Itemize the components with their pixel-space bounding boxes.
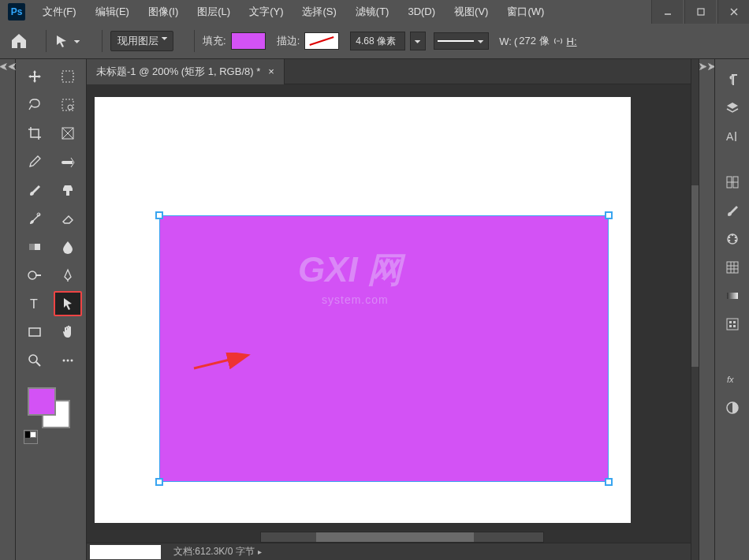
glyphs-panel-icon[interactable] <box>720 170 745 195</box>
layer-select-dropdown[interactable]: 现用图层 <box>110 31 173 51</box>
gradients-panel-icon[interactable] <box>720 283 745 308</box>
properties-panel-icon[interactable] <box>720 312 745 337</box>
eyedropper-tool[interactable] <box>20 149 49 174</box>
clone-stamp-tool[interactable] <box>54 177 82 203</box>
pen-tool[interactable] <box>54 263 82 288</box>
move-tool[interactable] <box>20 64 49 89</box>
close-tab-icon[interactable]: × <box>268 65 274 77</box>
eraser-tool[interactable] <box>54 206 82 231</box>
svg-point-36 <box>728 240 730 242</box>
type-tool[interactable]: T <box>20 291 49 316</box>
svg-rect-47 <box>733 325 736 327</box>
gradient-tool[interactable] <box>20 234 49 259</box>
lasso-tool[interactable] <box>20 92 49 118</box>
healing-brush-tool[interactable] <box>54 149 82 174</box>
selection-handle-bl[interactable] <box>155 478 163 486</box>
svg-text:¶: ¶ <box>729 73 735 85</box>
window-controls <box>650 0 749 24</box>
right-scrollbar[interactable] <box>691 59 699 560</box>
menu-type[interactable]: 文字(Y) <box>240 0 293 24</box>
svg-rect-14 <box>29 244 35 250</box>
collapse-left-icon[interactable]: ⮜⮜ <box>0 62 17 72</box>
menu-edit[interactable]: 编辑(E) <box>86 0 139 24</box>
stroke-width-dropdown[interactable]: ⏷ <box>410 32 426 50</box>
hand-tool[interactable] <box>54 319 82 345</box>
menu-select[interactable]: 选择(S) <box>293 0 345 24</box>
svg-point-32 <box>731 234 733 237</box>
svg-point-15 <box>28 271 36 279</box>
history-brush-tool[interactable] <box>20 206 49 231</box>
svg-rect-18 <box>29 328 40 336</box>
foreground-color[interactable] <box>28 387 56 416</box>
stroke-type-dropdown[interactable]: ⏷ <box>434 32 489 50</box>
character-panel-icon[interactable]: A <box>720 124 745 149</box>
dodge-tool[interactable] <box>20 263 49 288</box>
path-select-cursor-icon[interactable] <box>54 34 69 48</box>
close-button[interactable] <box>717 0 749 24</box>
selection-handle-tr[interactable] <box>605 211 613 219</box>
maximize-button[interactable] <box>684 0 716 24</box>
doc-info-dropdown-icon[interactable]: ▸ <box>258 547 262 556</box>
crop-tool[interactable] <box>20 121 49 146</box>
zoom-input[interactable] <box>90 545 161 559</box>
fill-label: 填充: <box>203 34 226 48</box>
width-value[interactable]: 272 像 <box>519 34 549 48</box>
svg-rect-1 <box>698 9 704 15</box>
canvas[interactable]: GXI 网 system.com <box>95 97 631 523</box>
paragraph-panel-icon[interactable]: ¶ <box>720 67 745 92</box>
svg-text:fx: fx <box>727 375 734 384</box>
zoom-tool[interactable] <box>20 348 49 373</box>
scrollbar-thumb[interactable] <box>316 532 474 542</box>
right-collapse-column: ⮞⮞ <box>699 59 714 560</box>
horizontal-scrollbar[interactable] <box>260 532 544 543</box>
menu-filter[interactable]: 滤镜(T) <box>346 0 399 24</box>
frame-tool[interactable] <box>54 121 82 146</box>
selection-handle-tl[interactable] <box>155 211 163 219</box>
right-scrollbar-thumb[interactable] <box>691 185 699 367</box>
default-colors-icon[interactable] <box>24 430 38 444</box>
divider <box>102 30 102 52</box>
menubar: Ps 文件(F) 编辑(E) 图像(I) 图层(L) 文字(Y) 选择(S) 滤… <box>0 0 749 24</box>
toolbox: T <box>16 59 87 560</box>
adjustments-panel-icon[interactable] <box>720 395 745 420</box>
brushes-panel-icon[interactable] <box>720 198 745 223</box>
stroke-color-swatch[interactable] <box>304 32 339 50</box>
canvas-viewport[interactable]: GXI 网 system.com <box>87 84 691 543</box>
swatches-panel-icon[interactable] <box>720 226 745 252</box>
collapse-right-icon[interactable]: ⮞⮞ <box>699 62 716 72</box>
blur-tool[interactable] <box>54 234 82 259</box>
rectangle-tool[interactable] <box>20 319 49 345</box>
app-logo: Ps <box>8 3 25 21</box>
divider <box>194 30 195 52</box>
home-icon[interactable] <box>9 32 28 50</box>
svg-point-19 <box>29 355 37 363</box>
menu-image[interactable]: 图像(I) <box>139 0 188 24</box>
menu-layer[interactable]: 图层(L) <box>188 0 240 24</box>
menu-view[interactable]: 视图(V) <box>445 0 497 24</box>
quick-select-tool[interactable] <box>54 92 82 118</box>
styles-panel-icon[interactable]: fx <box>720 367 745 392</box>
stroke-label: 描边: <box>277 34 300 48</box>
more-tools[interactable] <box>54 348 82 373</box>
stroke-width-input[interactable] <box>350 32 405 50</box>
fill-color-swatch[interactable] <box>231 32 266 50</box>
tool-preset-dropdown[interactable]: ⏷ <box>73 37 81 46</box>
document-tab[interactable]: 未标题-1 @ 200% (矩形 1, RGB/8) * × <box>87 59 285 84</box>
link-wh-icon[interactable] <box>553 35 564 47</box>
menu-3d[interactable]: 3D(D) <box>398 0 445 24</box>
layers-panel-icon[interactable] <box>720 95 745 121</box>
svg-rect-43 <box>727 319 738 330</box>
patterns-panel-icon[interactable] <box>720 255 745 280</box>
menu-window[interactable]: 窗口(W) <box>497 0 553 24</box>
path-selection-tool[interactable] <box>54 291 82 316</box>
menu-file[interactable]: 文件(F) <box>33 0 86 24</box>
selection-handle-br[interactable] <box>605 478 613 486</box>
brush-tool[interactable] <box>20 177 49 203</box>
svg-text:A: A <box>726 130 734 143</box>
document-tab-title: 未标题-1 @ 200% (矩形 1, RGB/8) * <box>96 65 260 79</box>
annotation-arrow <box>191 353 251 371</box>
minimize-button[interactable] <box>651 0 683 24</box>
marquee-tool[interactable] <box>54 64 82 89</box>
svg-point-34 <box>734 240 736 242</box>
width-label: W: <box>499 35 512 47</box>
